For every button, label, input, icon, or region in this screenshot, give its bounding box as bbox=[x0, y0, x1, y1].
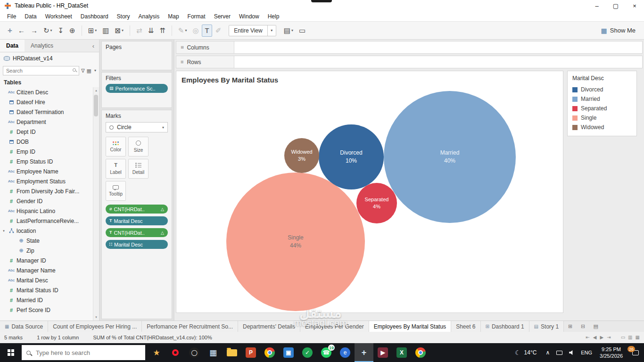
opera-icon[interactable] bbox=[166, 343, 185, 362]
language-indicator[interactable]: ENG bbox=[578, 343, 595, 362]
datasource-row[interactable]: HRDataset_v14 bbox=[0, 52, 99, 65]
bubble-single[interactable]: Single44% bbox=[226, 173, 365, 311]
sheet-tab-dashboard-1[interactable]: ⊞Dashboard 1 bbox=[481, 321, 529, 332]
marks-pill-marital-desc-1[interactable]: TMarital Desc bbox=[106, 216, 168, 225]
undo-button[interactable]: ← bbox=[16, 25, 27, 37]
bubble-widowed[interactable]: Widowed3% bbox=[284, 138, 319, 173]
legend-item-divorced[interactable]: Divorced bbox=[568, 85, 636, 94]
collapse-pane-icon[interactable]: ‹ bbox=[88, 40, 99, 52]
save-button[interactable]: ↧ bbox=[56, 25, 66, 37]
field-employment-status[interactable]: AbcEmployment Status bbox=[0, 176, 93, 186]
maximize-button[interactable]: ▢ bbox=[606, 0, 625, 11]
tableau-taskbar-icon[interactable]: + bbox=[355, 343, 373, 362]
show-filmstrip-icon[interactable]: ▥ bbox=[628, 335, 632, 340]
minimize-button[interactable]: – bbox=[587, 0, 606, 11]
field-citizen-desc[interactable]: AbcCitizen Desc bbox=[0, 87, 93, 97]
redo-button[interactable]: → bbox=[28, 25, 40, 37]
new-dashboard-tab-button[interactable]: ⊟ bbox=[577, 321, 589, 332]
menu-item-map[interactable]: Map bbox=[164, 13, 183, 20]
mark-button-color[interactable]: Color bbox=[106, 137, 126, 156]
clear-sheet-button[interactable]: ⊠▾ bbox=[112, 25, 126, 37]
field-zip[interactable]: ⊕Zip bbox=[0, 246, 93, 255]
chrome-profile-icon[interactable] bbox=[411, 343, 430, 362]
sort-descending-button[interactable]: ⇈ bbox=[157, 25, 168, 37]
menu-item-dashboard[interactable]: Dashboard bbox=[76, 13, 113, 20]
menu-item-worksheet[interactable]: Worksheet bbox=[41, 13, 76, 20]
sheet-tab-count-of-employees-per-hiring[interactable]: Count of Employees Per Hiring ... bbox=[48, 321, 142, 332]
scrollbar-thumb[interactable] bbox=[94, 95, 98, 116]
marks-pill-cnt-hrdat-0[interactable]: øCNT(HRDat..△ bbox=[106, 205, 168, 214]
mark-button-detail[interactable]: Detail bbox=[128, 159, 149, 179]
previous-sheet-icon[interactable]: ◀ bbox=[593, 335, 597, 340]
menu-item-file[interactable]: File bbox=[3, 13, 20, 20]
sheet-tab-employees-per-g-ender[interactable]: Employees Per G­ender bbox=[300, 321, 369, 332]
field-department[interactable]: AbcDepartment bbox=[0, 117, 93, 127]
new-datasource-button[interactable]: ⊕ bbox=[67, 25, 78, 37]
filter-fields-icon[interactable]: ∇ bbox=[81, 68, 84, 74]
volume-tray-icon[interactable] bbox=[566, 343, 578, 362]
show-sheet-sorter-icon[interactable]: ▦ bbox=[636, 335, 640, 340]
tab-analytics[interactable]: Analytics bbox=[25, 40, 59, 52]
replay-button[interactable]: ↻▾ bbox=[41, 25, 55, 37]
rows-drop-area[interactable] bbox=[234, 56, 643, 68]
file-explorer-icon[interactable] bbox=[223, 343, 241, 362]
new-worksheet-tab-button[interactable]: ⊞ bbox=[564, 321, 577, 332]
powerpoint-icon[interactable]: P bbox=[241, 343, 260, 362]
first-sheet-icon[interactable]: ⇤ bbox=[586, 335, 589, 340]
sheet-tab-perfomance-per-recruitment-so[interactable]: Perfomance Per Recruitment So... bbox=[142, 321, 238, 332]
view-options-icon[interactable]: ▦ bbox=[87, 68, 91, 74]
columns-drop-area[interactable] bbox=[234, 41, 643, 54]
next-sheet-icon[interactable]: ▶ bbox=[600, 335, 604, 340]
show-tabs-icon[interactable]: ▭ bbox=[621, 335, 625, 340]
presentation-mode-button[interactable]: ▭ bbox=[297, 25, 308, 37]
tab-data[interactable]: Data bbox=[0, 40, 25, 52]
whatsapp-icon[interactable]: ☎19 bbox=[317, 343, 336, 362]
legend-item-widowed[interactable]: Widowed bbox=[568, 123, 636, 132]
mark-button-tooltip[interactable]: Tooltip bbox=[106, 181, 126, 201]
legend-item-single[interactable]: Single bbox=[568, 113, 636, 123]
menu-item-format[interactable]: Format bbox=[183, 13, 210, 20]
field-emp-id[interactable]: #Emp ID bbox=[0, 147, 93, 156]
sheet-tab-sheet-6[interactable]: Sheet 6 bbox=[451, 321, 480, 332]
new-worksheet-button[interactable]: ⊞▾ bbox=[86, 25, 99, 37]
weather-widget[interactable]: ☾ 14°C bbox=[509, 349, 542, 356]
highlight-button[interactable]: ✎▾ bbox=[176, 25, 190, 37]
photos-app-icon[interactable]: ▣ bbox=[279, 343, 298, 362]
field-married-id[interactable]: #Married ID bbox=[0, 295, 93, 305]
legend-item-separated[interactable]: Separated bbox=[568, 104, 636, 113]
filters-card[interactable]: Filters ▤Performance Sc.. bbox=[101, 72, 172, 108]
bubble-divorced[interactable]: Divorced10% bbox=[319, 124, 384, 189]
close-button[interactable]: × bbox=[625, 0, 644, 11]
sort-ascending-button[interactable]: ⇊ bbox=[146, 25, 157, 37]
menu-item-window[interactable]: Window bbox=[235, 13, 264, 20]
show-hidden-icons-button[interactable]: ∧ bbox=[542, 343, 553, 362]
field-marital-status-id[interactable]: #Marital Status ID bbox=[0, 285, 93, 295]
field-hispanic-latino[interactable]: AbcHispanic Latino bbox=[0, 206, 93, 216]
mark-button-label[interactable]: TLabel bbox=[106, 159, 126, 179]
mark-type-dropdown[interactable]: Circle ▾ bbox=[106, 122, 168, 132]
show-mark-labels-button[interactable]: T bbox=[202, 25, 212, 37]
view-options-caret-icon[interactable]: ▾ bbox=[94, 69, 96, 73]
fit-dropdown[interactable]: Entire View▾ bbox=[229, 25, 276, 36]
dark-ring-app-icon[interactable]: ◯ bbox=[185, 343, 204, 362]
mark-button-size[interactable]: Size bbox=[128, 137, 149, 156]
field-dept-id[interactable]: #Dept ID bbox=[0, 127, 93, 137]
field-lastperformancerevie[interactable]: #LastPerformanceRevie... bbox=[0, 216, 93, 226]
excel-icon[interactable]: X bbox=[392, 343, 411, 362]
menu-item-story[interactable]: Story bbox=[113, 13, 134, 20]
menu-item-help[interactable]: Help bbox=[264, 13, 284, 20]
field-manager-id[interactable]: #Manager ID bbox=[0, 255, 93, 265]
sheet-tab-data-source[interactable]: ▦Data Source bbox=[0, 321, 48, 332]
field-dateof-termination[interactable]: Dateof Termination bbox=[0, 107, 93, 117]
browser-app-icon[interactable]: e bbox=[336, 343, 355, 362]
fix-axes-button[interactable]: ✐ bbox=[213, 25, 224, 37]
search-input[interactable] bbox=[3, 68, 79, 74]
field-gender-id[interactable]: #Gender ID bbox=[0, 196, 93, 206]
duplicate-button[interactable]: ▥ bbox=[100, 25, 111, 37]
scroll-up-icon[interactable]: ▴ bbox=[95, 89, 97, 92]
marks-pill-cnt-hrdat-2[interactable]: TCNT(HRDat..△ bbox=[106, 228, 168, 237]
taskbar-search-input[interactable] bbox=[35, 349, 140, 357]
green-check-app-icon[interactable]: ✓ bbox=[298, 343, 317, 362]
marks-pill-marital-desc-3[interactable]: Marital Desc bbox=[106, 240, 168, 249]
menu-item-data[interactable]: Data bbox=[20, 13, 41, 20]
